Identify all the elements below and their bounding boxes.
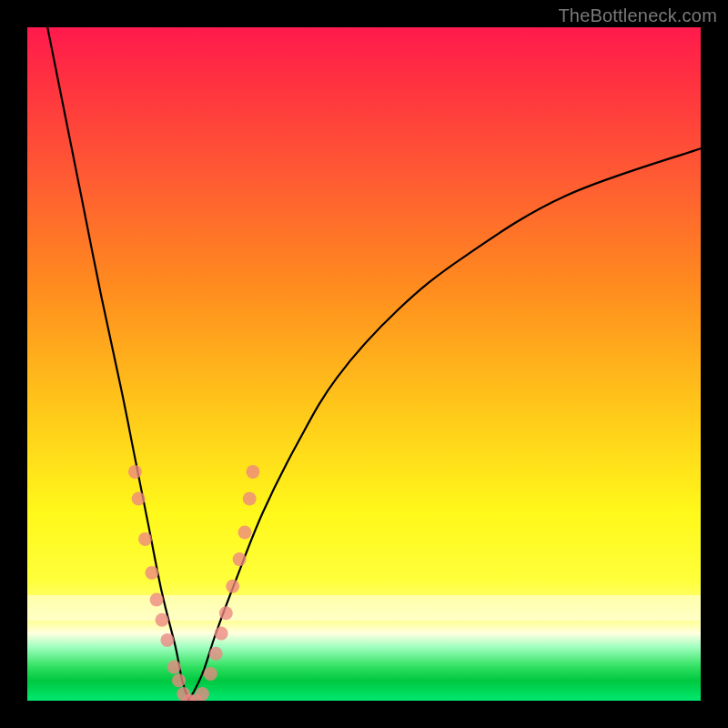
data-point	[209, 647, 223, 661]
data-point	[167, 661, 181, 674]
data-point	[233, 552, 247, 566]
curve-group	[47, 27, 701, 701]
plot-area	[27, 27, 701, 701]
data-point	[160, 633, 174, 647]
data-point	[196, 687, 209, 701]
data-point	[243, 492, 257, 506]
data-point	[219, 606, 233, 620]
data-point	[215, 627, 228, 641]
data-point	[238, 526, 252, 540]
data-point	[150, 593, 164, 607]
data-point	[156, 613, 169, 627]
data-point	[145, 566, 158, 580]
data-point	[226, 580, 239, 593]
watermark-text: TheBottleneck.com	[558, 5, 717, 26]
data-point	[138, 532, 152, 546]
outer-frame: TheBottleneck.com	[0, 0, 728, 728]
curve-left-branch	[47, 27, 188, 701]
data-point	[246, 465, 259, 479]
data-point	[204, 667, 217, 681]
data-point	[172, 673, 186, 687]
data-points-group	[128, 465, 260, 701]
data-point	[132, 492, 146, 506]
chart-svg	[27, 27, 701, 701]
curve-right-branch	[189, 148, 701, 701]
data-point	[128, 465, 142, 479]
